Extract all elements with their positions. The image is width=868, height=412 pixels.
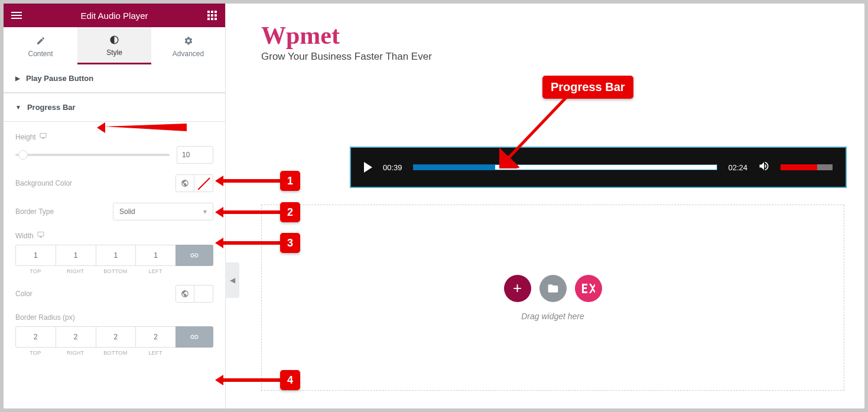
contrast-circle-icon bbox=[109, 34, 120, 45]
color-swatch-button[interactable] bbox=[194, 174, 213, 192]
folder-button[interactable] bbox=[539, 275, 567, 302]
dim-right-label: RIGHT bbox=[67, 350, 84, 356]
global-color-button[interactable] bbox=[175, 285, 194, 303]
height-slider[interactable] bbox=[15, 154, 170, 156]
tab-advanced-label: Advanced bbox=[173, 50, 204, 58]
color-swatch-button[interactable] bbox=[194, 285, 213, 303]
dim-left-label: LEFT bbox=[149, 350, 162, 356]
bg-color-label: Background Color bbox=[15, 179, 72, 187]
panel-header: Edit Audio Player bbox=[4, 4, 225, 27]
radius-left-input[interactable] bbox=[135, 326, 175, 348]
volume-icon[interactable] bbox=[758, 160, 770, 175]
volume-bar[interactable] bbox=[781, 164, 833, 170]
slider-thumb[interactable] bbox=[18, 150, 28, 160]
dim-bottom-label: BOTTOM bbox=[103, 268, 127, 274]
color-label: Color bbox=[15, 290, 32, 298]
gear-icon bbox=[183, 35, 194, 46]
volume-fill bbox=[781, 164, 817, 170]
panel-title: Edit Audio Player bbox=[80, 11, 148, 21]
global-color-button[interactable] bbox=[175, 174, 194, 192]
tab-content-label: Content bbox=[28, 50, 53, 58]
tab-content[interactable]: Content bbox=[4, 27, 77, 64]
annotation-badge-1: 1 bbox=[280, 171, 300, 191]
play-button[interactable] bbox=[364, 162, 372, 173]
widget-dropzone[interactable]: + Drag widget here bbox=[261, 205, 844, 391]
collapse-panel-button[interactable]: ◀ bbox=[225, 262, 239, 298]
site-tagline: Grow Your Business Faster Than Ever bbox=[261, 51, 847, 63]
dim-right-label: RIGHT bbox=[67, 268, 84, 274]
no-color-icon bbox=[198, 177, 210, 189]
progress-bar[interactable] bbox=[413, 164, 718, 170]
border-type-select[interactable]: Solid ▾ bbox=[113, 203, 213, 220]
caret-right-icon: ▶ bbox=[15, 75, 20, 82]
width-right-input[interactable] bbox=[56, 245, 96, 266]
ek-button[interactable] bbox=[575, 275, 602, 302]
annotation-badge-4: 4 bbox=[280, 370, 300, 390]
audio-player: 00:39 02:24 bbox=[350, 147, 847, 188]
section-play-pause[interactable]: ▶ Play Pause Button bbox=[4, 64, 225, 93]
caret-down-icon: ▼ bbox=[15, 104, 21, 111]
preview-area: ◀ Wpmet Grow Your Business Faster Than E… bbox=[226, 4, 864, 408]
progress-fill bbox=[414, 165, 496, 170]
panel-body: ▶ Play Pause Button ▼ Progress Bar Heigh… bbox=[4, 64, 225, 408]
annotation-badge-3: 3 bbox=[280, 233, 300, 253]
chevron-down-icon: ▾ bbox=[203, 207, 207, 216]
border-type-value: Solid bbox=[119, 207, 135, 216]
section-progress-bar-label: Progress Bar bbox=[27, 103, 76, 112]
width-label: Width bbox=[15, 232, 34, 240]
ek-logo-icon bbox=[582, 284, 595, 293]
add-widget-button[interactable]: + bbox=[504, 275, 531, 302]
dim-top-label: TOP bbox=[30, 350, 41, 356]
height-label: Height bbox=[15, 133, 36, 141]
radius-label: Border Radius (px) bbox=[15, 313, 75, 322]
width-top-input[interactable] bbox=[15, 245, 56, 266]
current-time: 00:39 bbox=[383, 163, 402, 172]
border-type-label: Border Type bbox=[15, 207, 54, 216]
hamburger-menu-icon[interactable] bbox=[11, 9, 22, 21]
width-bottom-input[interactable] bbox=[96, 245, 136, 266]
dropzone-text: Drag widget here bbox=[521, 312, 584, 321]
dim-left-label: LEFT bbox=[149, 268, 162, 274]
link-dimensions-button[interactable] bbox=[175, 326, 213, 348]
widget-grid-icon[interactable] bbox=[206, 9, 218, 21]
dim-top-label: TOP bbox=[30, 268, 41, 274]
height-input[interactable] bbox=[177, 146, 213, 164]
editor-panel: Edit Audio Player Content Style bbox=[4, 4, 226, 408]
radius-bottom-input[interactable] bbox=[96, 326, 136, 348]
pencil-icon bbox=[35, 35, 46, 46]
device-desktop-icon[interactable] bbox=[37, 231, 44, 240]
total-time: 02:24 bbox=[728, 163, 747, 172]
link-dimensions-button[interactable] bbox=[175, 245, 213, 266]
annotation-badge-2: 2 bbox=[280, 202, 300, 222]
editor-tabs: Content Style Advanced bbox=[4, 27, 225, 64]
progress-bar-controls: Height Background Col bbox=[4, 122, 225, 366]
device-desktop-icon[interactable] bbox=[40, 132, 47, 141]
radius-right-input[interactable] bbox=[56, 326, 96, 348]
width-left-input[interactable] bbox=[135, 245, 175, 266]
chevron-left-icon: ◀ bbox=[230, 276, 235, 284]
radius-top-input[interactable] bbox=[15, 326, 56, 348]
tab-style[interactable]: Style bbox=[77, 27, 151, 64]
annotation-progress-bar-badge: Progress Bar bbox=[542, 76, 633, 99]
tab-style-label: Style bbox=[106, 48, 122, 57]
section-progress-bar[interactable]: ▼ Progress Bar bbox=[4, 93, 225, 122]
section-play-pause-label: Play Pause Button bbox=[26, 74, 93, 83]
dim-bottom-label: BOTTOM bbox=[103, 350, 127, 356]
site-title: Wpmet bbox=[261, 21, 847, 50]
tab-advanced[interactable]: Advanced bbox=[151, 27, 225, 64]
